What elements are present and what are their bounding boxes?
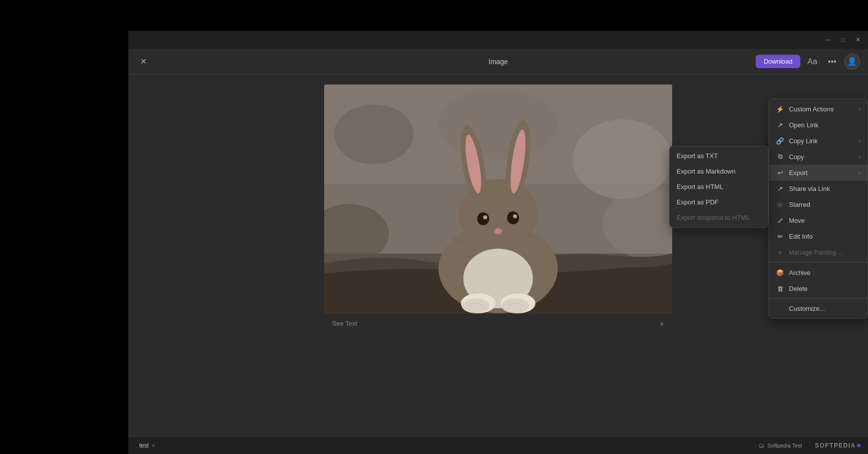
softpedia-brand: SOFTPEDIA★ xyxy=(815,442,862,449)
svg-point-23 xyxy=(502,298,529,313)
menu-item-delete[interactable]: 🗑 Delete xyxy=(769,280,868,296)
menu-item-share-via-link[interactable]: ↗ Share via Link xyxy=(769,181,868,196)
copy-link-icon: 🔗 xyxy=(776,137,784,145)
export-snapshot-html-item: Export snapshot to HTML xyxy=(670,210,768,225)
custom-actions-icon: ⚡ xyxy=(776,105,784,113)
export-html-item[interactable]: Export as HTML xyxy=(670,179,768,194)
tab-bar: test × 🗂 Softpedia Test SOFTPEDIA★ xyxy=(128,436,868,454)
export-pdf-item[interactable]: Export as PDF xyxy=(670,194,768,210)
toolbar-right: Download Aa ••• 👤 xyxy=(756,54,860,70)
menu-item-label: Copy xyxy=(789,153,804,161)
image-container xyxy=(324,85,672,313)
menu-item-move[interactable]: ⤢ Move xyxy=(769,212,868,228)
menu-item-label: Move xyxy=(789,217,805,224)
menu-item-copy[interactable]: ⧉ Copy › xyxy=(769,149,868,165)
window-chrome: ─ □ ✕ xyxy=(128,31,868,49)
arrow-icon: › xyxy=(859,170,861,176)
export-submenu: Export as TXT Export as Markdown Export … xyxy=(669,146,769,228)
main-content: See Text ∨ xyxy=(128,75,868,454)
back-close-button[interactable]: ✕ xyxy=(136,55,150,69)
chevron-down-icon: ∨ xyxy=(660,320,664,327)
move-icon: ⤢ xyxy=(776,216,784,224)
menu-item-customize[interactable]: Customize... xyxy=(769,301,868,316)
svg-point-16 xyxy=(507,211,519,224)
menu-item-label: Share via Link xyxy=(789,185,830,192)
export-icon: ↩ xyxy=(776,169,784,177)
archive-icon: 📦 xyxy=(776,269,784,276)
svg-point-15 xyxy=(477,212,489,225)
menu-divider-2 xyxy=(769,298,868,299)
workspace-label: Softpedia Test xyxy=(768,443,802,449)
arrow-icon: › xyxy=(859,138,861,144)
avatar-icon: 👤 xyxy=(847,57,857,66)
star-icon: ☆ xyxy=(776,200,784,208)
menu-item-manage-parsing: ≡ Manage Parsing ... xyxy=(769,244,868,260)
menu-item-edit-info[interactable]: ✏ Edit Info xyxy=(769,228,868,244)
delete-icon: 🗑 xyxy=(776,284,784,292)
manage-parsing-icon: ≡ xyxy=(776,248,784,256)
app-window: ─ □ ✕ ✕ Image Download Aa ••• 👤 ⚡ Custom… xyxy=(128,31,868,454)
export-markdown-item[interactable]: Export as Markdown xyxy=(670,164,768,179)
menu-item-label: Starred xyxy=(789,201,810,208)
export-txt-item[interactable]: Export as TXT xyxy=(670,148,768,164)
svg-point-22 xyxy=(462,298,490,313)
rabbit-svg xyxy=(324,85,672,313)
menu-item-label: Delete xyxy=(789,285,808,292)
export-markdown-label: Export as Markdown xyxy=(677,168,736,175)
menu-item-label: Export xyxy=(789,169,808,177)
svg-point-17 xyxy=(483,215,487,219)
open-link-icon: ↗ xyxy=(776,121,784,129)
menu-item-custom-actions[interactable]: ⚡ Custom Actions › xyxy=(769,101,868,117)
font-icon: Aa xyxy=(807,57,817,66)
menu-item-label: Custom Actions xyxy=(789,105,834,113)
more-button[interactable]: ••• xyxy=(824,54,840,70)
font-button[interactable]: Aa xyxy=(804,54,820,70)
tab-close-button[interactable]: × xyxy=(152,443,155,449)
tab-item-test[interactable]: test × xyxy=(134,440,160,451)
close-button[interactable]: ✕ xyxy=(852,34,864,46)
copy-icon: ⧉ xyxy=(776,153,784,161)
avatar-button[interactable]: 👤 xyxy=(844,54,860,70)
arrow-icon: › xyxy=(859,106,861,112)
see-text-bar[interactable]: See Text ∨ xyxy=(324,313,672,333)
menu-item-label: Open Link xyxy=(789,121,818,129)
export-snapshot-html-label: Export snapshot to HTML xyxy=(677,214,750,221)
download-button[interactable]: Download xyxy=(756,55,800,68)
svg-point-18 xyxy=(513,214,517,218)
dropdown-menu: ⚡ Custom Actions › ↗ Open Link 🔗 Copy Li… xyxy=(769,98,868,319)
minimize-button[interactable]: ─ xyxy=(822,34,834,46)
toolbar: ✕ Image Download Aa ••• 👤 ⚡ Custom Actio… xyxy=(128,49,868,75)
folder-icon: 🗂 xyxy=(759,442,765,449)
page-title: Image xyxy=(489,58,508,66)
svg-point-4 xyxy=(573,119,672,199)
menu-item-label: Manage Parsing ... xyxy=(789,249,843,256)
menu-item-label: Copy Link xyxy=(789,137,818,145)
see-text-label: See Text xyxy=(332,320,357,327)
menu-item-label: Archive xyxy=(789,269,810,276)
maximize-button[interactable]: □ xyxy=(837,34,849,46)
menu-item-archive[interactable]: 📦 Archive xyxy=(769,265,868,280)
tab-label: test xyxy=(139,442,149,449)
arrow-icon: › xyxy=(859,154,861,160)
menu-divider xyxy=(769,262,868,263)
export-pdf-label: Export as PDF xyxy=(677,198,719,206)
export-txt-label: Export as TXT xyxy=(677,152,718,160)
menu-item-label: Customize... xyxy=(776,305,825,312)
share-icon: ↗ xyxy=(776,184,784,192)
more-icon: ••• xyxy=(828,57,837,66)
menu-item-open-link[interactable]: ↗ Open Link xyxy=(769,117,868,133)
menu-item-export[interactable]: ↩ Export › xyxy=(769,165,868,181)
export-html-label: Export as HTML xyxy=(677,183,723,190)
tab-right-section: 🗂 Softpedia Test SOFTPEDIA★ xyxy=(759,442,862,449)
menu-item-copy-link[interactable]: 🔗 Copy Link › xyxy=(769,133,868,149)
svg-point-3 xyxy=(334,104,414,164)
svg-point-19 xyxy=(494,228,502,234)
rabbit-image xyxy=(324,85,672,313)
svg-point-5 xyxy=(438,90,558,159)
menu-item-starred[interactable]: ☆ Starred xyxy=(769,196,868,212)
menu-item-label: Edit Info xyxy=(789,233,813,240)
edit-icon: ✏ xyxy=(776,232,784,240)
